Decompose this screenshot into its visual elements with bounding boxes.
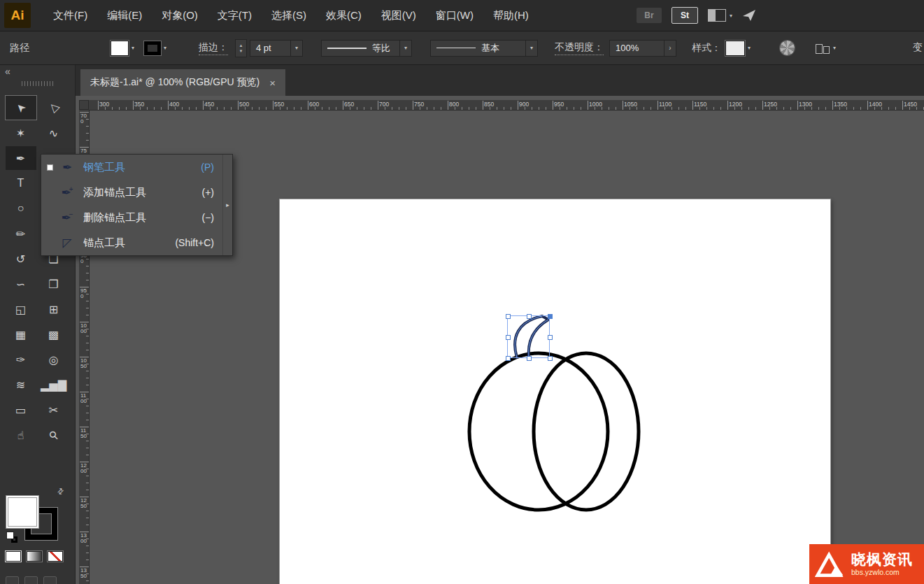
slice-tool[interactable]: ✂ <box>38 398 69 422</box>
collapse-panel-button[interactable]: « <box>5 66 10 77</box>
stepper-down-icon[interactable]: ▾ <box>240 48 243 54</box>
swap-fill-stroke-icon[interactable]: ⇄ <box>55 486 66 497</box>
color-button[interactable] <box>6 551 21 562</box>
chevron-down-icon[interactable]: ▾ <box>525 41 537 56</box>
horizontal-ruler[interactable]: 3003504004505005506006507007508008509009… <box>89 100 924 111</box>
pen-flyout-item-label: 删除锚点工具 <box>83 211 155 225</box>
symbol-sprayer-tool[interactable]: ≋ <box>6 373 36 397</box>
pen-flyout-item-2[interactable]: ✒+添加锚点工具(+) <box>41 180 222 205</box>
add-anchor-point-tool-icon: ✒+ <box>57 185 78 200</box>
panel-grip[interactable] <box>22 81 54 86</box>
column-graph-tool[interactable]: ▂▅▇ <box>38 373 69 397</box>
menu-item-9[interactable]: 帮助(H) <box>486 5 536 27</box>
stroke-weight-stepper[interactable]: ▴ ▾ <box>235 39 247 57</box>
hand-tool[interactable]: ☝ <box>6 423 36 447</box>
zoom-tool[interactable]: ⚲ <box>38 423 69 447</box>
lasso-tool[interactable]: ∿ <box>38 121 69 145</box>
watermark-subtitle: bbs.yzwlo.com <box>851 568 913 577</box>
stroke-swatch[interactable] <box>144 41 161 55</box>
draw-inside-button[interactable] <box>43 576 57 584</box>
opacity-combo[interactable]: 100% › <box>609 40 676 57</box>
pen-flyout-item-shortcut: (Shift+C) <box>155 237 214 248</box>
align-control[interactable]: ▾ <box>816 43 836 54</box>
eyedropper-tool-icon: ✑ <box>16 353 25 366</box>
selection-handle[interactable] <box>527 314 532 319</box>
workspace-switcher[interactable]: ▾ <box>708 9 732 22</box>
chevron-down-icon[interactable]: ▾ <box>399 41 411 56</box>
draw-behind-button[interactable] <box>24 576 38 584</box>
slice-tool-icon: ✂ <box>49 404 58 417</box>
menu-item-7[interactable]: 视图(V) <box>374 5 423 27</box>
pen-flyout-item-1[interactable]: ✒钢笔工具(P) <box>41 155 222 180</box>
menu-item-2[interactable]: 编辑(E) <box>100 5 149 27</box>
opacity-value: 100% <box>616 43 659 53</box>
fill-color-control[interactable]: ▾ <box>111 41 134 56</box>
opacity-panel-link[interactable]: 不透明度： <box>555 41 604 55</box>
artboard-tool[interactable]: ▭ <box>6 398 36 422</box>
mesh-tool[interactable]: ▦ <box>6 322 36 346</box>
stroke-color-control[interactable]: ▾ <box>144 41 166 55</box>
draw-normal-button[interactable] <box>6 576 19 584</box>
width-profile-combo[interactable]: 等比 ▾ <box>321 40 412 57</box>
eyedropper-tool[interactable]: ✑ <box>6 348 36 371</box>
transform-label-partial[interactable]: 变 <box>913 41 923 54</box>
fill-color-box[interactable] <box>6 495 39 529</box>
stroke-panel-link[interactable]: 描边： <box>199 41 228 55</box>
selection-tool[interactable]: ➤ <box>6 96 36 120</box>
share-icon[interactable] <box>742 9 756 22</box>
recolor-artwork-icon[interactable] <box>780 41 795 55</box>
width-profile-preview <box>327 48 367 49</box>
pen-tool[interactable]: ✒ <box>6 146 36 170</box>
default-fill-stroke-icon[interactable] <box>6 532 17 543</box>
document-tab[interactable]: 未标题-1.ai* @ 100% (RGB/GPU 预览) × <box>80 69 285 96</box>
pen-flyout-item-4[interactable]: ◸锚点工具(Shift+C) <box>41 230 222 255</box>
gradient-tool[interactable]: ▩ <box>38 322 69 346</box>
magic-wand-tool[interactable]: ✶ <box>6 121 36 145</box>
none-button[interactable] <box>48 551 63 562</box>
direct-selection-tool[interactable]: ▷ <box>38 96 69 120</box>
opacity-expander-icon[interactable]: › <box>664 41 676 56</box>
anchor-badge-icon: − <box>69 211 73 218</box>
style-combo[interactable]: ▾ <box>725 41 751 56</box>
perspective-grid-tool[interactable]: ⊞ <box>38 297 69 321</box>
selection-handle[interactable] <box>506 314 511 319</box>
free-transform-tool[interactable]: ❐ <box>38 272 69 296</box>
blend-tool[interactable]: ◎ <box>38 348 69 371</box>
selection-handle[interactable] <box>548 314 553 319</box>
selection-handle[interactable] <box>548 356 553 361</box>
menu-item-1[interactable]: 文件(F) <box>46 5 94 27</box>
menu-item-8[interactable]: 窗口(W) <box>429 5 481 27</box>
chevron-down-icon[interactable]: ▾ <box>290 41 302 56</box>
rotate-tool[interactable]: ↺ <box>6 247 36 271</box>
width-tool[interactable]: ∽ <box>6 272 36 296</box>
tab-close-icon[interactable]: × <box>269 77 276 89</box>
menubar-right-group: Br St ▾ <box>637 7 756 24</box>
shape-builder-tool[interactable]: ◱ <box>6 297 36 321</box>
selection-handle[interactable] <box>506 356 511 361</box>
tearoff-arrow-icon[interactable]: ▸ <box>222 155 232 255</box>
ellipse-tool[interactable]: ○ <box>6 197 36 220</box>
stroke-weight-combo[interactable]: 4 pt ▾ <box>250 40 303 57</box>
menu-item-3[interactable]: 对象(O) <box>155 5 205 27</box>
type-tool[interactable]: T <box>6 171 36 195</box>
stepper-up-icon[interactable]: ▴ <box>240 43 243 48</box>
stock-button[interactable]: St <box>671 7 698 24</box>
pencil-tool[interactable]: ✏ <box>6 222 36 245</box>
brush-definition-combo[interactable]: 基本 ▾ <box>430 40 538 57</box>
bridge-button[interactable]: Br <box>637 8 662 23</box>
pen-flyout-item-3[interactable]: ✒−删除锚点工具(−) <box>41 205 222 230</box>
fill-swatch[interactable] <box>111 41 129 56</box>
menu-item-4[interactable]: 文字(T) <box>211 5 259 27</box>
artboard[interactable] <box>280 199 830 584</box>
menu-item-5[interactable]: 选择(S) <box>264 5 313 27</box>
brush-preview <box>436 48 476 48</box>
selection-handle[interactable] <box>506 335 511 340</box>
menu-item-6[interactable]: 效果(C) <box>319 5 369 27</box>
style-swatch[interactable] <box>725 41 745 56</box>
gradient-button[interactable] <box>27 551 42 562</box>
selection-handle[interactable] <box>548 335 553 340</box>
pen-flyout-item-shortcut: (+) <box>155 187 214 198</box>
app-logo-icon[interactable]: Ai <box>4 3 31 28</box>
ruler-corner[interactable] <box>79 100 89 110</box>
selection-handle[interactable] <box>527 356 532 361</box>
